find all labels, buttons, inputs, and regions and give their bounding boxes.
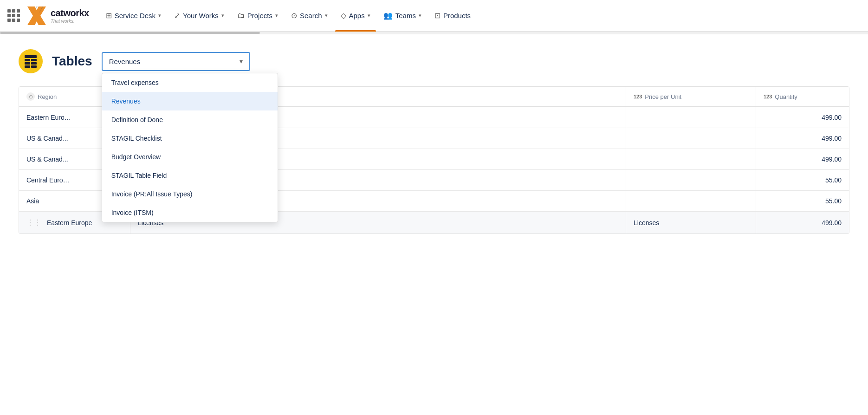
cell-quantity: 55.00 (756, 191, 849, 211)
page-header: Tables Revenues ▾ Travel expenses Revenu… (19, 49, 849, 73)
apps-icon: ◇ (341, 11, 346, 20)
nav-label-service-desk: Service Desk (115, 12, 155, 19)
svg-rect-6 (31, 62, 37, 65)
svg-rect-8 (31, 65, 37, 68)
logo-icon (26, 5, 48, 27)
nav-item-service-desk[interactable]: ⊞ Service Desk ▾ (100, 0, 167, 32)
projects-icon: 🗂 (237, 12, 245, 20)
chevron-icon: ▾ (275, 13, 278, 19)
nav-label-your-works: Your Works (183, 12, 219, 19)
search-icon: ⊙ (291, 11, 297, 20)
logo-tagline: That works. (51, 19, 89, 24)
cell-quantity: 499.00 (756, 212, 849, 233)
quantity-num-icon: 123 (764, 94, 772, 99)
dropdown-option-invoice-pr[interactable]: Invoice (PR:All Issue Types) (102, 185, 278, 203)
grid-menu-icon[interactable] (7, 9, 20, 22)
dropdown-option-stagil-checklist[interactable]: STAGIL Checklist (102, 129, 278, 148)
nav-item-projects[interactable]: 🗂 Projects ▾ (232, 0, 284, 32)
page-title: Tables (52, 54, 92, 69)
chevron-down-icon: ▾ (240, 58, 243, 65)
main-content: Tables Revenues ▾ Travel expenses Revenu… (0, 34, 868, 234)
nav-items: ⊞ Service Desk ▾ ⤢ Your Works ▾ 🗂 Projec… (100, 0, 861, 32)
cell-unit-full: Licenses (626, 212, 756, 233)
tables-icon (19, 49, 43, 73)
price-num-icon: 123 (634, 94, 642, 99)
teams-icon: 👥 (383, 11, 393, 20)
tables-svg-icon (24, 54, 38, 68)
svg-rect-7 (25, 65, 30, 68)
col-header-price-per-unit: 123 Price per Unit (626, 87, 756, 106)
dropdown-menu: Travel expenses Revenues Definition of D… (102, 73, 278, 222)
dropdown-option-definition-of-done[interactable]: Definition of Done (102, 110, 278, 129)
nav-label-projects: Projects (247, 12, 272, 19)
nav-label-products: Products (443, 12, 471, 19)
chevron-icon: ▾ (368, 13, 370, 19)
svg-rect-3 (25, 59, 30, 61)
svg-marker-0 (27, 6, 46, 25)
logo-name: catworkx (51, 8, 89, 19)
logo[interactable]: catworkx That works. (26, 5, 89, 27)
col-header-quantity: 123 Quantity (756, 87, 849, 106)
scroll-thumb[interactable] (0, 32, 260, 34)
dropdown-option-budget-overview[interactable]: Budget Overview (102, 148, 278, 166)
cell-price (626, 170, 756, 190)
cell-price (626, 107, 756, 128)
navbar: catworkx That works. ⊞ Service Desk ▾ ⤢ … (0, 0, 868, 32)
chevron-icon: ▾ (221, 13, 224, 19)
cell-price (626, 149, 756, 169)
nav-item-products[interactable]: ⊡ Products (429, 0, 476, 32)
nav-item-apps[interactable]: ◇ Apps ▾ (335, 0, 376, 32)
cell-quantity: 499.00 (756, 128, 849, 149)
drag-handle-icon[interactable]: ⋮⋮ (26, 218, 41, 227)
chevron-icon: ▾ (419, 13, 421, 19)
nav-item-teams[interactable]: 👥 Teams ▾ (378, 0, 427, 32)
cell-quantity: 499.00 (756, 107, 849, 128)
cell-quantity: 55.00 (756, 170, 849, 190)
your-works-icon: ⤢ (174, 11, 180, 20)
service-desk-icon: ⊞ (106, 11, 112, 20)
svg-rect-2 (25, 55, 37, 58)
cell-price (626, 128, 756, 149)
chevron-icon: ▾ (325, 13, 328, 19)
nav-label-teams: Teams (395, 12, 416, 19)
cell-quantity: 499.00 (756, 149, 849, 169)
cell-price (626, 191, 756, 211)
dropdown-selected-value: Revenues (109, 58, 141, 65)
dropdown-option-stagil-table-field[interactable]: STAGIL Table Field (102, 166, 278, 185)
dropdown-option-travel-expenses[interactable]: Travel expenses (102, 73, 278, 92)
dropdown-option-revenues[interactable]: Revenues (102, 92, 278, 110)
region-type-icon: ⊙ (26, 92, 35, 101)
svg-rect-5 (25, 62, 30, 65)
dropdown-option-invoice-itsm[interactable]: Invoice (ITSM) (102, 203, 278, 222)
svg-rect-4 (31, 59, 37, 61)
chevron-icon: ▾ (158, 13, 161, 19)
nav-item-your-works[interactable]: ⤢ Your Works ▾ (168, 0, 230, 32)
nav-label-apps: Apps (349, 12, 365, 19)
dropdown-select-button[interactable]: Revenues ▾ (102, 52, 250, 71)
products-icon: ⊡ (434, 11, 440, 20)
nav-label-search: Search (300, 12, 322, 19)
nav-item-search[interactable]: ⊙ Search ▾ (285, 0, 333, 32)
table-selector-dropdown[interactable]: Revenues ▾ Travel expenses Revenues Defi… (102, 52, 250, 71)
